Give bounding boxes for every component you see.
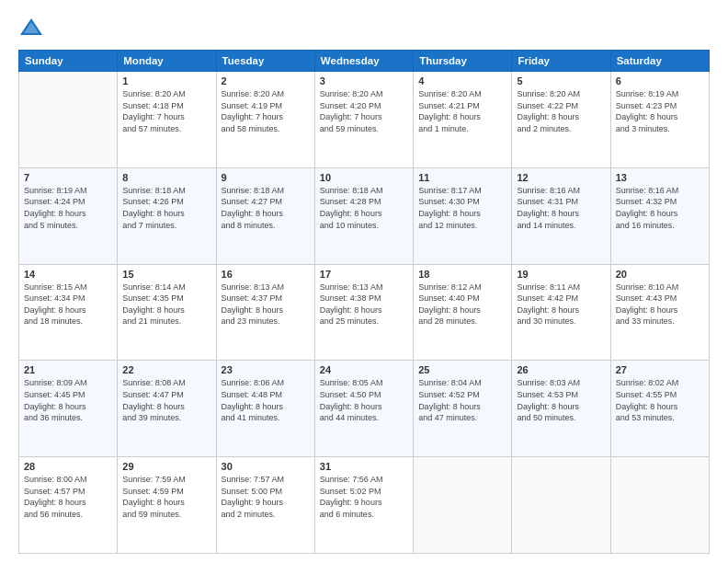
day-number: 8 — [122, 172, 210, 183]
day-number: 29 — [122, 461, 210, 472]
calendar-cell: 9Sunrise: 8:18 AMSunset: 4:27 PMDaylight… — [216, 167, 314, 264]
day-number: 27 — [616, 364, 704, 375]
calendar-cell: 17Sunrise: 8:13 AMSunset: 4:38 PMDayligh… — [314, 264, 413, 361]
day-info: Sunrise: 8:20 AMSunset: 4:18 PMDaylight:… — [122, 88, 210, 134]
day-number: 12 — [517, 172, 605, 183]
day-info: Sunrise: 8:13 AMSunset: 4:37 PMDaylight:… — [222, 282, 310, 327]
calendar-cell — [512, 457, 610, 554]
calendar-cell: 25Sunrise: 8:04 AMSunset: 4:52 PMDayligh… — [414, 361, 512, 457]
calendar-cell: 10Sunrise: 8:18 AMSunset: 4:28 PMDayligh… — [314, 167, 413, 264]
day-info: Sunrise: 8:02 AMSunset: 4:55 PMDaylight:… — [616, 377, 704, 423]
day-info: Sunrise: 8:16 AMSunset: 4:31 PMDaylight:… — [517, 185, 605, 231]
calendar-cell: 2Sunrise: 8:20 AMSunset: 4:19 PMDaylight… — [216, 72, 314, 168]
calendar-cell: 7Sunrise: 8:19 AMSunset: 4:24 PMDaylight… — [19, 167, 118, 264]
column-header-tuesday: Tuesday — [216, 51, 314, 72]
column-header-thursday: Thursday — [414, 51, 512, 72]
day-info: Sunrise: 7:57 AMSunset: 5:00 PMDaylight:… — [222, 474, 310, 520]
day-number: 4 — [418, 75, 506, 86]
day-info: Sunrise: 8:19 AMSunset: 4:24 PMDaylight:… — [24, 185, 112, 231]
calendar-cell: 19Sunrise: 8:11 AMSunset: 4:42 PMDayligh… — [512, 264, 610, 361]
day-number: 3 — [320, 75, 408, 86]
calendar-cell — [610, 457, 709, 554]
day-number: 30 — [222, 461, 310, 472]
day-number: 24 — [320, 364, 408, 375]
day-number: 21 — [24, 364, 112, 375]
day-info: Sunrise: 8:19 AMSunset: 4:23 PMDaylight:… — [616, 88, 704, 134]
page-header — [18, 15, 710, 40]
day-number: 11 — [418, 172, 506, 183]
day-info: Sunrise: 8:20 AMSunset: 4:21 PMDaylight:… — [418, 88, 506, 134]
calendar-cell — [19, 72, 118, 168]
calendar-cell: 24Sunrise: 8:05 AMSunset: 4:50 PMDayligh… — [314, 361, 413, 457]
day-info: Sunrise: 8:15 AMSunset: 4:34 PMDaylight:… — [24, 282, 112, 327]
day-info: Sunrise: 8:14 AMSunset: 4:35 PMDaylight:… — [122, 282, 210, 327]
calendar-header-row: SundayMondayTuesdayWednesdayThursdayFrid… — [19, 51, 710, 72]
day-number: 7 — [24, 172, 112, 183]
day-info: Sunrise: 8:18 AMSunset: 4:27 PMDaylight:… — [222, 185, 310, 231]
day-number: 15 — [122, 269, 210, 280]
day-number: 18 — [418, 269, 506, 280]
calendar-table: SundayMondayTuesdayWednesdayThursdayFrid… — [18, 50, 710, 554]
calendar-cell: 22Sunrise: 8:08 AMSunset: 4:47 PMDayligh… — [118, 361, 216, 457]
day-info: Sunrise: 8:13 AMSunset: 4:38 PMDaylight:… — [320, 282, 408, 327]
calendar-week-row: 7Sunrise: 8:19 AMSunset: 4:24 PMDaylight… — [19, 167, 710, 264]
day-info: Sunrise: 8:20 AMSunset: 4:19 PMDaylight:… — [222, 88, 310, 134]
day-number: 14 — [24, 269, 112, 280]
day-info: Sunrise: 8:20 AMSunset: 4:22 PMDaylight:… — [517, 88, 605, 134]
day-info: Sunrise: 8:16 AMSunset: 4:32 PMDaylight:… — [616, 185, 704, 231]
calendar-week-row: 28Sunrise: 8:00 AMSunset: 4:57 PMDayligh… — [19, 457, 710, 554]
day-info: Sunrise: 8:17 AMSunset: 4:30 PMDaylight:… — [418, 185, 506, 231]
day-number: 10 — [320, 172, 408, 183]
calendar-cell: 16Sunrise: 8:13 AMSunset: 4:37 PMDayligh… — [216, 264, 314, 361]
column-header-friday: Friday — [512, 51, 610, 72]
day-number: 28 — [24, 461, 112, 472]
calendar-cell: 1Sunrise: 8:20 AMSunset: 4:18 PMDaylight… — [118, 72, 216, 168]
column-header-monday: Monday — [118, 51, 216, 72]
calendar-cell: 28Sunrise: 8:00 AMSunset: 4:57 PMDayligh… — [19, 457, 118, 554]
calendar-cell: 29Sunrise: 7:59 AMSunset: 4:59 PMDayligh… — [118, 457, 216, 554]
day-info: Sunrise: 8:06 AMSunset: 4:48 PMDaylight:… — [222, 377, 310, 423]
column-header-saturday: Saturday — [610, 51, 709, 72]
calendar-cell: 3Sunrise: 8:20 AMSunset: 4:20 PMDaylight… — [314, 72, 413, 168]
day-info: Sunrise: 8:03 AMSunset: 4:53 PMDaylight:… — [517, 377, 605, 423]
day-number: 17 — [320, 269, 408, 280]
day-number: 23 — [222, 364, 310, 375]
day-number: 31 — [320, 461, 408, 472]
day-info: Sunrise: 8:20 AMSunset: 4:20 PMDaylight:… — [320, 88, 408, 134]
day-number: 16 — [222, 269, 310, 280]
calendar-cell: 18Sunrise: 8:12 AMSunset: 4:40 PMDayligh… — [414, 264, 512, 361]
calendar-cell: 14Sunrise: 8:15 AMSunset: 4:34 PMDayligh… — [19, 264, 118, 361]
day-number: 6 — [616, 75, 704, 86]
calendar-cell: 6Sunrise: 8:19 AMSunset: 4:23 PMDaylight… — [610, 72, 709, 168]
calendar-cell: 26Sunrise: 8:03 AMSunset: 4:53 PMDayligh… — [512, 361, 610, 457]
calendar-cell: 11Sunrise: 8:17 AMSunset: 4:30 PMDayligh… — [414, 167, 512, 264]
day-info: Sunrise: 8:05 AMSunset: 4:50 PMDaylight:… — [320, 377, 408, 423]
column-header-sunday: Sunday — [19, 51, 118, 72]
calendar-cell: 8Sunrise: 8:18 AMSunset: 4:26 PMDaylight… — [118, 167, 216, 264]
calendar-cell: 21Sunrise: 8:09 AMSunset: 4:45 PMDayligh… — [19, 361, 118, 457]
calendar-cell: 27Sunrise: 8:02 AMSunset: 4:55 PMDayligh… — [610, 361, 709, 457]
calendar-cell: 4Sunrise: 8:20 AMSunset: 4:21 PMDaylight… — [414, 72, 512, 168]
calendar-cell: 31Sunrise: 7:56 AMSunset: 5:02 PMDayligh… — [314, 457, 413, 554]
day-number: 13 — [616, 172, 704, 183]
day-info: Sunrise: 8:12 AMSunset: 4:40 PMDaylight:… — [418, 282, 506, 327]
calendar-week-row: 14Sunrise: 8:15 AMSunset: 4:34 PMDayligh… — [19, 264, 710, 361]
day-info: Sunrise: 8:10 AMSunset: 4:43 PMDaylight:… — [616, 282, 704, 327]
day-number: 5 — [517, 75, 605, 86]
calendar-cell: 13Sunrise: 8:16 AMSunset: 4:32 PMDayligh… — [610, 167, 709, 264]
column-header-wednesday: Wednesday — [314, 51, 413, 72]
calendar-cell: 5Sunrise: 8:20 AMSunset: 4:22 PMDaylight… — [512, 72, 610, 168]
calendar-cell: 12Sunrise: 8:16 AMSunset: 4:31 PMDayligh… — [512, 167, 610, 264]
day-info: Sunrise: 7:56 AMSunset: 5:02 PMDaylight:… — [320, 474, 408, 520]
calendar-week-row: 1Sunrise: 8:20 AMSunset: 4:18 PMDaylight… — [19, 72, 710, 168]
day-number: 20 — [616, 269, 704, 280]
logo — [18, 15, 48, 40]
day-info: Sunrise: 8:09 AMSunset: 4:45 PMDaylight:… — [24, 377, 112, 423]
day-number: 2 — [222, 75, 310, 86]
day-number: 25 — [418, 364, 506, 375]
day-info: Sunrise: 8:08 AMSunset: 4:47 PMDaylight:… — [122, 377, 210, 423]
day-info: Sunrise: 8:04 AMSunset: 4:52 PMDaylight:… — [418, 377, 506, 423]
day-info: Sunrise: 7:59 AMSunset: 4:59 PMDaylight:… — [122, 474, 210, 520]
day-info: Sunrise: 8:18 AMSunset: 4:26 PMDaylight:… — [122, 185, 210, 231]
day-number: 19 — [517, 269, 605, 280]
